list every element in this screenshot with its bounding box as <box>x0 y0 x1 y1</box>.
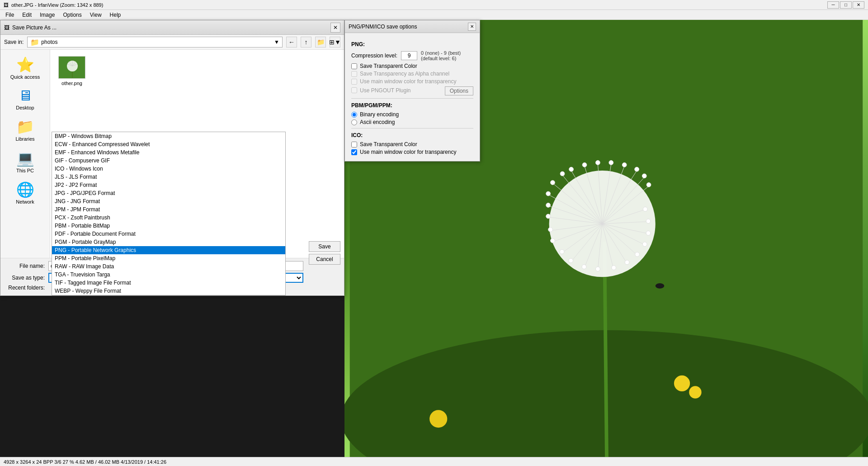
ascii-encoding-label: Ascii encoding <box>360 119 395 125</box>
ico-section-label: ICO: <box>351 132 473 138</box>
svg-point-23 <box>551 181 555 185</box>
sidebar-label-this-pc: This PC <box>16 168 34 174</box>
compression-input[interactable] <box>401 51 417 60</box>
options-options-button[interactable]: Options <box>445 86 473 95</box>
dropdown-item-tga[interactable]: TGA - Truevision Targa <box>52 271 285 279</box>
title-bar: 🖼 other.JPG - IrfanView (Zoom: 1342 x 88… <box>0 0 868 10</box>
minimize-button[interactable]: ─ <box>827 1 839 9</box>
save-alpha-checkbox[interactable] <box>351 71 357 77</box>
ico-transparent-row: Save Transparent Color <box>351 141 473 147</box>
binary-encoding-radio[interactable] <box>351 112 357 118</box>
svg-point-15 <box>622 162 627 167</box>
filename-label: File name: <box>4 263 45 269</box>
dropdown-item-ppm[interactable]: PPM - Portable PixelMap <box>52 254 285 262</box>
window-title: other.JPG - IrfanView (Zoom: 1342 x 889) <box>11 2 103 8</box>
dropdown-item-ecw[interactable]: ECW - Enhanced Compressed Wavelet <box>52 140 285 148</box>
ascii-encoding-row: Ascii encoding <box>351 119 473 125</box>
options-close-button[interactable]: ✕ <box>468 23 476 31</box>
sidebar-item-desktop[interactable]: 🖥 Desktop <box>2 85 48 114</box>
save-transparent-checkbox[interactable] <box>351 63 357 69</box>
svg-point-49 <box>642 242 647 247</box>
binary-encoding-label: Binary encoding <box>360 111 399 118</box>
svg-point-43 <box>612 266 616 270</box>
svg-point-57 <box>689 386 701 398</box>
sidebar-label-libraries: Libraries <box>15 136 34 142</box>
dropdown-item-jp2[interactable]: JP2 - JP2 Format <box>52 181 285 189</box>
desktop-icon: 🖥 <box>18 87 33 104</box>
back-button[interactable]: ← <box>286 37 297 48</box>
svg-point-55 <box>643 207 647 211</box>
use-main-window-color-row: Use main window color for transparency <box>351 78 473 85</box>
dialog-close-button[interactable]: ✕ <box>330 23 340 33</box>
quick-access-icon: ⭐ <box>16 56 34 73</box>
libraries-icon: 📁 <box>16 118 34 135</box>
svg-point-51 <box>646 231 651 235</box>
cancel-button[interactable]: Cancel <box>309 254 340 265</box>
use-main-window-checkbox[interactable] <box>351 79 357 85</box>
menu-file[interactable]: File <box>2 11 18 19</box>
ico-main-window-row: Use main window color for transparency <box>351 149 473 155</box>
file-item[interactable]: other.png <box>54 53 90 89</box>
dropdown-item-jpg[interactable]: JPG - JPG/JPEG Format <box>52 189 285 197</box>
ico-transparent-checkbox[interactable] <box>351 142 357 147</box>
dropdown-item-jls[interactable]: JLS - JLS Format <box>52 173 285 181</box>
dropdown-item-ico[interactable]: ICO - Windows Icon <box>52 165 285 173</box>
new-folder-button[interactable]: 📁 <box>315 37 326 48</box>
menu-help[interactable]: Help <box>106 11 125 19</box>
sidebar-item-quick-access[interactable]: ⭐ Quick access <box>2 53 48 83</box>
dropdown-item-pbm[interactable]: PBM - Portable BitMap <box>52 222 285 230</box>
maximize-button[interactable]: □ <box>840 1 852 9</box>
sidebar-item-this-pc[interactable]: 💻 This PC <box>2 147 48 176</box>
up-button[interactable]: ↑ <box>301 37 311 48</box>
dropdown-item-webp[interactable]: WEBP - Weppy File Format <box>52 287 285 295</box>
svg-point-39 <box>582 265 586 269</box>
save-alpha-row: Save Transparency as Alpha channel <box>351 71 473 77</box>
binary-encoding-row: Binary encoding <box>351 111 473 118</box>
dialog-toolbar: Save in: 📁 photos ▼ ← ↑ 📁 ⊞▼ <box>0 35 344 50</box>
dropdown-item-pcx[interactable]: PCX - Zsoft Paintbrush <box>52 214 285 222</box>
svg-point-19 <box>642 174 646 178</box>
svg-point-59 <box>656 283 665 289</box>
svg-point-21 <box>646 183 651 187</box>
dropdown-item-bmp[interactable]: BMP - Windows Bitmap <box>52 132 285 140</box>
save-in-dropdown[interactable]: 📁 photos ▼ <box>27 37 283 48</box>
compression-row: Compression level: 0 (none) - 9 (best) (… <box>351 50 473 61</box>
menu-view[interactable]: View <box>86 11 105 19</box>
dialog-icon: 🖼 <box>4 24 9 31</box>
svg-point-11 <box>595 161 600 165</box>
dropdown-item-pgm[interactable]: PGM - Portable GrayMap <box>52 238 285 246</box>
sidebar-item-libraries[interactable]: 📁 Libraries <box>2 115 48 145</box>
dropdown-item-jng[interactable]: JNG - JNG Format <box>52 197 285 205</box>
dropdown-item-emf[interactable]: EMF - Enhanced Windows Metafile <box>52 148 285 157</box>
compression-hint: 0 (none) - 9 (best) (default level: 6) <box>421 50 461 61</box>
svg-point-47 <box>635 252 640 257</box>
svg-point-7 <box>569 167 574 171</box>
pngout-checkbox[interactable] <box>351 87 357 93</box>
dropdown-item-raw[interactable]: RAW - RAW Image Data <box>52 262 285 271</box>
svg-point-17 <box>635 167 639 171</box>
options-dialog-title: PNG/PNM/ICO save options <box>349 24 417 30</box>
save-in-label: Save in: <box>4 39 24 45</box>
dialog-title: Save Picture As ... <box>12 24 57 31</box>
dropdown-item-jpm[interactable]: JPM - JPM Format <box>52 205 285 214</box>
png-section-label: PNG: <box>351 41 473 48</box>
view-options-button[interactable]: ⊞▼ <box>330 37 340 48</box>
sidebar-item-network[interactable]: 🌐 Network <box>2 178 48 208</box>
save-button[interactable]: Save <box>309 241 340 252</box>
dropdown-item-pdf[interactable]: PDF - Portable Document Format <box>52 230 285 238</box>
dropdown-item-tif[interactable]: TIF - Tagged Image File Format <box>52 279 285 287</box>
compression-label: Compression level: <box>351 52 397 59</box>
close-button[interactable]: ✕ <box>853 1 864 9</box>
svg-point-27 <box>546 203 551 208</box>
filetype-dropdown-list: BMP - Windows Bitmap ECW - Enhanced Comp… <box>52 132 286 295</box>
menu-options[interactable]: Options <box>59 11 85 19</box>
ascii-encoding-radio[interactable] <box>351 119 357 125</box>
menu-image[interactable]: Image <box>36 11 58 19</box>
menu-edit[interactable]: Edit <box>19 11 35 19</box>
options-title-bar: PNG/PNM/ICO save options ✕ <box>345 20 480 33</box>
dropdown-item-png[interactable]: PNG - Portable Network Graphics <box>52 246 285 254</box>
dropdown-item-gif[interactable]: GIF - Compuserve GIF <box>52 157 285 165</box>
filetype-label: Save as type: <box>4 275 45 281</box>
save-dialog: 🖼 Save Picture As ... ✕ Save in: 📁 photo… <box>0 20 344 296</box>
ico-main-window-checkbox[interactable] <box>351 149 357 155</box>
